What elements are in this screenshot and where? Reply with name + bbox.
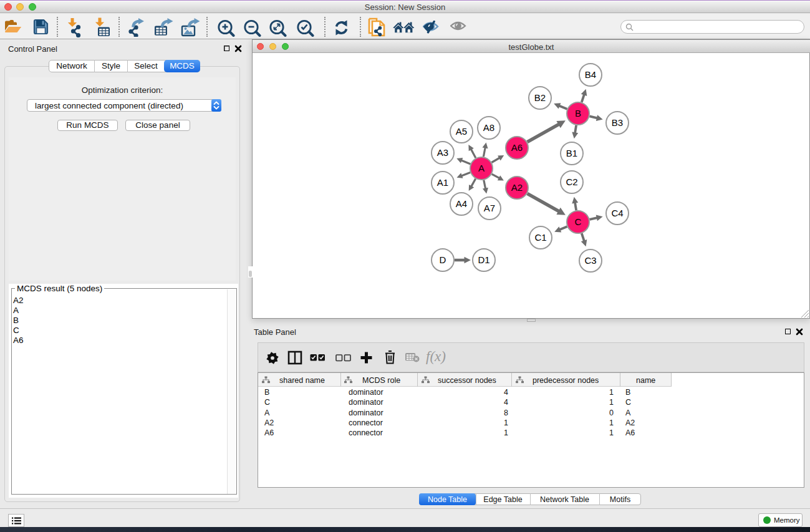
- svg-text:C: C: [575, 216, 582, 227]
- svg-text:A4: A4: [456, 198, 467, 209]
- svg-text:C1: C1: [534, 232, 546, 243]
- svg-text:B4: B4: [585, 69, 596, 80]
- svg-text:A2: A2: [511, 182, 523, 193]
- svg-text:B2: B2: [534, 92, 546, 103]
- svg-text:D1: D1: [478, 254, 489, 265]
- svg-text:B3: B3: [612, 117, 623, 128]
- svg-text:A7: A7: [484, 203, 495, 213]
- svg-text:A8: A8: [483, 122, 494, 133]
- svg-text:D: D: [440, 254, 446, 265]
- svg-text:B: B: [575, 108, 581, 118]
- svg-text:C4: C4: [611, 208, 623, 218]
- svg-text:A1: A1: [437, 177, 448, 188]
- svg-text:C3: C3: [584, 255, 596, 266]
- svg-text:A6: A6: [511, 142, 523, 153]
- svg-text:A: A: [478, 163, 485, 173]
- svg-text:A3: A3: [437, 147, 448, 158]
- svg-text:C2: C2: [566, 177, 577, 187]
- svg-text:B1: B1: [566, 148, 577, 158]
- svg-text:A5: A5: [456, 126, 467, 137]
